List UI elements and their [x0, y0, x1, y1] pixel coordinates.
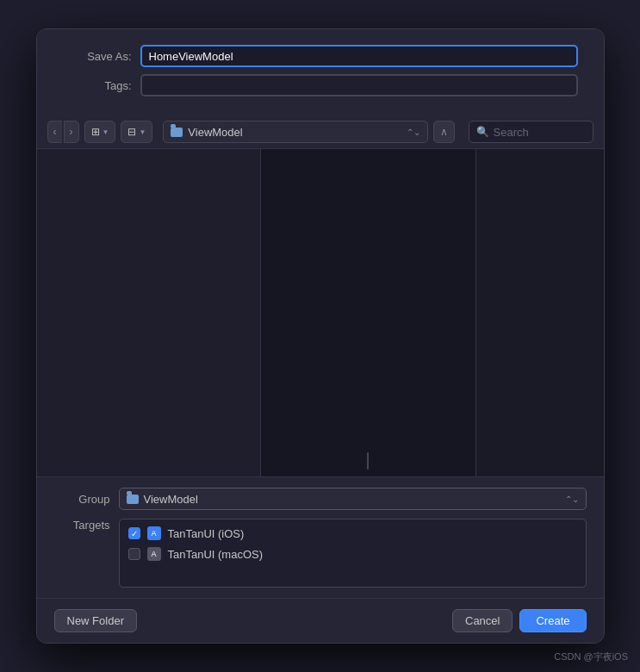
nav-buttons: ‹ › — [47, 121, 79, 143]
forward-icon: › — [70, 126, 73, 138]
search-input[interactable] — [494, 126, 586, 139]
expand-button[interactable]: ∧ — [433, 121, 455, 143]
toolbar: ‹ › ⊞ ▼ ⊟ ▼ ViewModel ⌃⌄ ∧ 🔍 — [37, 115, 604, 149]
file-browser — [37, 149, 604, 476]
save-as-input[interactable] — [140, 45, 578, 67]
create-button[interactable]: Create — [519, 609, 586, 632]
target-item: A TanTanUI (iOS) — [120, 523, 586, 544]
save-dialog: Save As: Tags: ‹ › ⊞ ▼ ⊟ ▼ ViewModel — [36, 28, 605, 644]
sidebar-panel — [37, 149, 261, 476]
folder-dropdown[interactable]: ViewModel ⌃⌄ — [163, 121, 427, 143]
resize-handle[interactable] — [367, 452, 369, 470]
target-ios-icon: A — [147, 526, 161, 540]
group-value: ViewModel — [144, 493, 198, 506]
tags-label: Tags: — [63, 79, 132, 92]
grid-view-icon: ⊟ — [127, 126, 136, 138]
group-row: Group ViewModel ⌃⌄ — [54, 488, 587, 510]
targets-section: Targets A TanTanUI (iOS) A TanTanUI (mac… — [54, 519, 587, 588]
footer-right-buttons: Cancel Create — [452, 609, 587, 632]
back-button[interactable]: ‹ — [47, 121, 62, 143]
right-panel — [476, 149, 604, 476]
target-macos-name: TanTanUI (macOS) — [168, 548, 264, 561]
cancel-button[interactable]: Cancel — [452, 609, 513, 632]
back-icon: ‹ — [53, 126, 57, 138]
group-dropdown[interactable]: ViewModel ⌃⌄ — [119, 488, 587, 510]
save-as-row: Save As: — [63, 45, 578, 67]
tags-input[interactable] — [140, 74, 578, 96]
list-view-icon: ⊞ — [91, 126, 100, 138]
dropdown-arrows-icon: ⌃⌄ — [407, 128, 420, 137]
list-view-chevron: ▼ — [103, 128, 109, 136]
bottom-section: Group ViewModel ⌃⌄ Targets A TanTanUI (i… — [37, 476, 604, 598]
grid-view-chevron: ▼ — [139, 128, 146, 136]
folder-name: ViewModel — [188, 126, 242, 139]
group-label: Group — [54, 493, 110, 506]
tags-row: Tags: — [63, 74, 578, 96]
target-item: A TanTanUI (macOS) — [120, 544, 586, 564]
middle-panel — [261, 149, 476, 476]
watermark: CSDN @宇夜iOS — [554, 650, 628, 663]
search-icon: 🔍 — [476, 126, 489, 138]
group-dropdown-arrows-icon: ⌃⌄ — [565, 495, 579, 504]
target-ios-checkbox[interactable] — [128, 527, 140, 539]
target-macos-icon: A — [147, 547, 161, 561]
list-view-button[interactable]: ⊞ ▼ — [84, 121, 116, 143]
expand-icon: ∧ — [440, 126, 448, 138]
save-as-label: Save As: — [63, 50, 132, 63]
search-box[interactable]: 🔍 — [469, 121, 593, 143]
group-folder-icon — [127, 495, 139, 504]
target-macos-checkbox[interactable] — [128, 548, 140, 560]
folder-icon — [171, 128, 183, 137]
targets-label: Targets — [54, 519, 110, 532]
new-folder-button[interactable]: New Folder — [54, 609, 137, 632]
targets-list: A TanTanUI (iOS) A TanTanUI (macOS) — [119, 519, 587, 588]
footer: New Folder Cancel Create — [37, 598, 604, 643]
forward-button[interactable]: › — [64, 121, 79, 143]
target-ios-name: TanTanUI (iOS) — [168, 527, 245, 540]
top-form-section: Save As: Tags: — [37, 29, 604, 115]
grid-view-button[interactable]: ⊟ ▼ — [121, 121, 152, 143]
